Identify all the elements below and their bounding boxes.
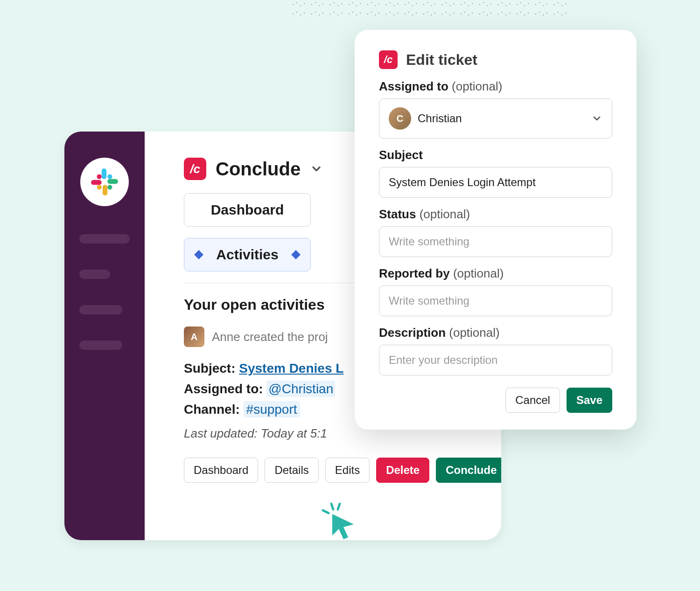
chevron-down-icon[interactable] [310,162,323,175]
svg-rect-7 [97,174,101,179]
subject-link[interactable]: System Denies L [239,361,343,375]
modal-header: /c Edit ticket [379,50,612,69]
conclude-modal-icon: /c [379,50,398,69]
sidebar-item-placeholder [79,305,122,314]
svg-rect-0 [102,168,106,179]
app-title: Conclude [216,159,301,180]
decorative-speckle [289,0,569,19]
activities-label: Activities [216,247,278,263]
svg-rect-1 [107,174,112,179]
diamond-icon [291,250,301,259]
svg-rect-2 [107,179,118,184]
reported-by-input[interactable] [379,285,612,316]
assigned-to-label: Assigned to (optional) [379,79,612,94]
edits-button[interactable]: Edits [325,458,370,483]
svg-rect-5 [97,185,101,189]
assigned-label: Assigned to: [184,382,263,396]
slack-logo-icon [80,158,129,206]
sidebar-item-placeholder [79,270,110,279]
svg-line-10 [338,504,340,509]
conclude-button[interactable]: Conclude [436,458,501,483]
reported-by-label: Reported by (optional) [379,266,612,281]
delete-button[interactable]: Delete [376,458,429,483]
save-button[interactable]: Save [567,388,612,413]
sidebar-item-placeholder [79,341,122,350]
cancel-button[interactable]: Cancel [505,388,560,413]
activity-actions: Dashboard Details Edits Delete Conclude [184,458,501,483]
svg-line-9 [323,510,329,513]
assignee-name: Christian [418,112,462,125]
modal-title: Edit ticket [406,51,477,69]
slack-sidebar: /c [64,132,145,540]
channel-label: Channel: [184,402,240,417]
status-label: Status (optional) [379,207,612,222]
assigned-mention[interactable]: @Christian [266,381,335,397]
dashboard-nav-button[interactable]: Dashboard [184,193,311,227]
svg-rect-3 [107,185,112,189]
description-label: Description (optional) [379,326,612,340]
avatar: A [184,327,204,347]
svg-line-8 [331,504,333,509]
conclude-app-icon: /c [184,158,206,180]
assigned-to-select[interactable]: C Christian [379,98,612,139]
sidebar-item-placeholder [79,234,130,243]
svg-rect-6 [91,180,102,185]
channel-link[interactable]: #support [244,401,300,417]
activities-nav-button[interactable]: Activities [184,238,311,271]
subject-label: Subject: [184,361,235,375]
svg-rect-4 [103,185,107,195]
description-input[interactable] [379,345,612,375]
dashboard-button[interactable]: Dashboard [184,458,258,483]
subject-label: Subject [379,148,612,162]
activity-creator-text: Anne created the proj [212,330,328,344]
cursor-click-icon [317,499,359,541]
sidebar-nav-placeholder: /c [64,234,145,391]
avatar: C [389,107,411,130]
modal-footer: Cancel Save [379,388,612,413]
details-button[interactable]: Details [265,458,318,483]
edit-ticket-modal: /c Edit ticket Assigned to (optional) C … [355,30,637,430]
chevron-down-icon [591,113,602,124]
subject-input[interactable] [379,167,612,198]
status-input[interactable] [379,226,612,257]
diamond-icon [194,250,203,259]
